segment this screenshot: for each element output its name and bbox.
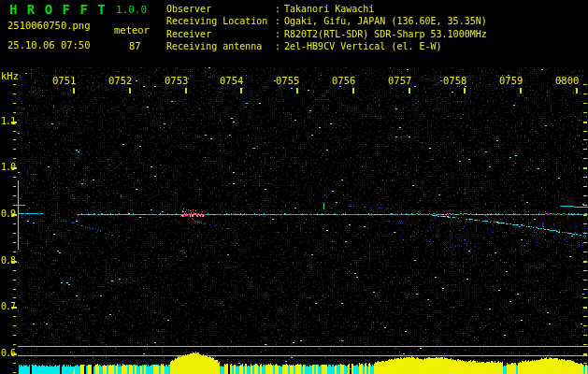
output-filename: 2510060750.png — [7, 20, 91, 31]
info-separator: : — [275, 15, 284, 27]
info-label: Receiving antenna — [166, 40, 275, 52]
echo-count: 87 — [129, 40, 141, 51]
spectrogram-canvas — [0, 0, 588, 374]
freq-unit-label: kHz — [1, 70, 19, 81]
freq-tick-label: 0.8 — [1, 255, 15, 266]
hrofft-screenshot: H R O F F T 1.0.0 2510060750.png meteor … — [0, 0, 588, 374]
freq-tick-label: 1.0 — [1, 162, 15, 172]
info-value: R820T2(RTL-SDR) SDR-Sharp 53.1000MHz — [284, 28, 487, 40]
time-tick-label: 0759 — [499, 75, 523, 86]
info-row-antenna: Receiving antenna : 2el-HB9CV Vertical (… — [166, 40, 487, 52]
time-tick-label: 0754 — [220, 75, 243, 86]
info-row-receiver: Receiver : R820T2(RTL-SDR) SDR-Sharp 53.… — [166, 28, 487, 40]
time-tick-label: 0800 — [555, 75, 579, 86]
info-label: Receiving Location — [166, 15, 275, 27]
app-version: 1.0.0 — [116, 4, 147, 16]
time-tick-label: 0756 — [332, 75, 355, 86]
info-row-observer: Observer : Takanori Kawachi — [166, 3, 487, 15]
freq-tick-label: 0.9 — [1, 209, 15, 219]
time-tick-label: 0755 — [276, 75, 299, 86]
app-title: H R O F F T — [9, 2, 107, 17]
mode-label: meteor — [114, 24, 150, 36]
time-tick-label: 0758 — [443, 75, 466, 86]
info-separator: : — [275, 28, 284, 40]
info-value: 2el-HB9CV Vertical (el. E-W) — [284, 40, 442, 52]
info-separator: : — [275, 40, 284, 52]
freq-tick-label: 0.6 — [1, 348, 15, 358]
time-tick-label: 0752 — [108, 75, 132, 86]
info-value: Ogaki, Gifu, JAPAN (136.60E, 35.35N) — [284, 15, 487, 27]
time-tick-label: 0753 — [165, 75, 188, 86]
record-datetime: 25.10.06 07:50 — [7, 39, 91, 50]
freq-tick-label: 1.1 — [1, 116, 15, 126]
info-label: Observer — [166, 3, 275, 15]
freq-tick-label: 0.7 — [1, 301, 15, 311]
info-row-location: Receiving Location : Ogaki, Gifu, JAPAN … — [166, 15, 487, 27]
time-tick-label: 0757 — [388, 75, 411, 86]
time-tick-label: 0751 — [52, 75, 76, 86]
info-value: Takanori Kawachi — [284, 3, 374, 15]
station-info: Observer : Takanori Kawachi Receiving Lo… — [166, 3, 487, 53]
info-separator: : — [275, 3, 284, 15]
info-label: Receiver — [166, 28, 275, 40]
